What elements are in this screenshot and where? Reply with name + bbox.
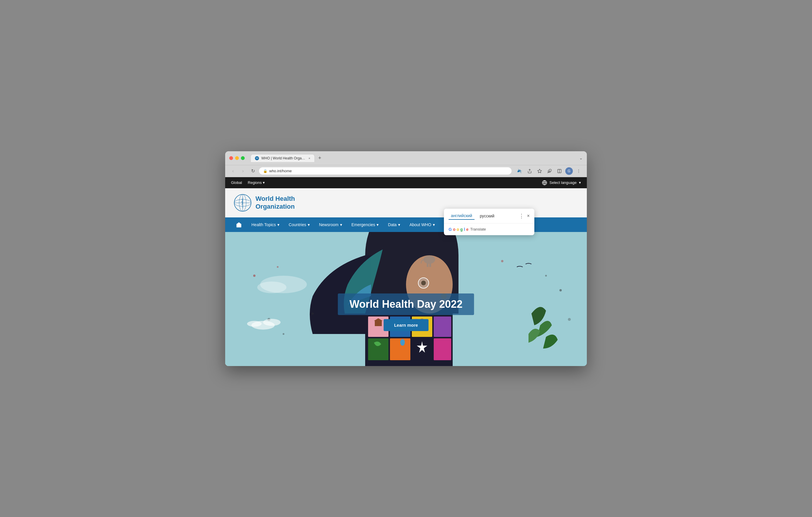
- who-name-line2: Organization: [256, 203, 295, 210]
- extensions-icon[interactable]: [545, 167, 554, 175]
- home-icon: [236, 221, 242, 228]
- close-window-button[interactable]: [229, 156, 233, 160]
- translate-more-button[interactable]: ⋮: [519, 213, 524, 219]
- user-avatar[interactable]: G: [565, 167, 573, 175]
- topbar-select-language-chevron: ▾: [579, 180, 581, 185]
- translate-english-button[interactable]: английский: [448, 212, 474, 220]
- svg-point-49: [277, 266, 279, 268]
- nav-countries-chevron: ▾: [308, 222, 310, 227]
- split-view-icon[interactable]: [555, 167, 563, 175]
- nav-newsroom[interactable]: Newsroom ▾: [314, 218, 347, 231]
- svg-rect-31: [390, 338, 410, 360]
- svg-point-52: [545, 275, 547, 277]
- browser-tab[interactable]: W WHO | World Health Organizati... ×: [251, 154, 315, 162]
- tab-title: WHO | World Health Organizati...: [261, 156, 306, 160]
- share-icon[interactable]: [526, 167, 534, 175]
- svg-text:A: A: [518, 170, 519, 173]
- google-logo-g2: g: [460, 227, 463, 232]
- url-text: who.int/home: [269, 169, 508, 173]
- forward-button[interactable]: ›: [239, 167, 247, 175]
- minimize-window-button[interactable]: [235, 156, 239, 160]
- svg-point-56: [312, 312, 314, 315]
- translate-popup-header: английский русский ⋮ ×: [444, 209, 534, 223]
- back-button[interactable]: ‹: [229, 167, 237, 175]
- translate-russian-button[interactable]: русский: [477, 212, 497, 219]
- website-content: Global Regions ▾ Select language ▾: [225, 177, 587, 366]
- who-emblem-icon: [234, 194, 252, 212]
- url-bar[interactable]: 🔒 who.int/home: [259, 167, 512, 175]
- svg-point-9: [578, 171, 579, 171]
- address-bar: ‹ › ↻ 🔒 who.int/home A: [225, 165, 587, 177]
- translate-popup-footer: G o o g l e Translate: [444, 223, 534, 235]
- svg-point-8: [578, 169, 579, 170]
- maximize-window-button[interactable]: [241, 156, 245, 160]
- security-lock-icon: 🔒: [263, 169, 267, 173]
- svg-point-48: [253, 275, 256, 277]
- toolbar-icons: A: [516, 167, 583, 175]
- nav-about-who-chevron: ▾: [433, 222, 435, 227]
- google-logo-e: e: [466, 227, 468, 232]
- topbar-select-language-label: Select language: [550, 180, 577, 185]
- google-logo-g: G: [448, 227, 452, 232]
- nav-data[interactable]: Data ▾: [383, 218, 405, 231]
- nav-emergencies-label: Emergencies: [351, 222, 375, 227]
- translate-popup-word: Translate: [470, 227, 486, 232]
- topbar-global[interactable]: Global: [231, 180, 242, 185]
- svg-point-59: [247, 321, 262, 327]
- svg-point-42: [421, 281, 426, 285]
- google-logo-o2: o: [457, 227, 459, 232]
- who-org-name: World Health Organization: [256, 195, 295, 210]
- svg-rect-45: [427, 264, 429, 267]
- google-logo-o1: o: [453, 227, 456, 232]
- svg-rect-34: [434, 338, 451, 360]
- nav-newsroom-chevron: ▾: [340, 222, 342, 227]
- svg-point-53: [568, 318, 571, 321]
- who-name-line1: World Health: [256, 195, 295, 203]
- svg-rect-30: [368, 338, 388, 360]
- browser-menu-icon[interactable]: [575, 167, 583, 175]
- svg-marker-3: [538, 169, 541, 173]
- refresh-button[interactable]: ↻: [249, 167, 257, 175]
- who-hero: World Health Day 2022 Learn more: [225, 232, 587, 366]
- nav-home-button[interactable]: [231, 217, 247, 232]
- tab-menu-button[interactable]: ⌄: [579, 156, 583, 160]
- hero-background: World Health Day 2022 Learn more: [225, 232, 587, 366]
- nav-data-chevron: ▾: [398, 222, 400, 227]
- topbar-regions-chevron: ▾: [263, 180, 265, 185]
- bookmark-icon[interactable]: [535, 167, 544, 175]
- tab-bar: W WHO | World Health Organizati... × + ⌄: [251, 154, 583, 162]
- hero-title-background: World Health Day 2022: [338, 294, 474, 315]
- hero-title: World Health Day 2022: [349, 298, 462, 310]
- nav-about-who[interactable]: About WHO ▾: [405, 218, 439, 231]
- who-logo[interactable]: World Health Organization: [234, 194, 295, 212]
- hero-cta-button[interactable]: Learn more: [383, 319, 429, 331]
- nav-health-topics-label: Health Topics: [252, 222, 276, 227]
- new-tab-button[interactable]: +: [316, 155, 323, 161]
- svg-point-47: [424, 258, 425, 260]
- title-bar: W WHO | World Health Organizati... × + ⌄: [225, 151, 587, 165]
- topbar-regions[interactable]: Regions ▾: [248, 180, 265, 185]
- svg-point-51: [559, 289, 562, 292]
- nav-emergencies-chevron: ▾: [377, 222, 379, 227]
- google-logo-l: l: [464, 227, 465, 232]
- who-topbar: Global Regions ▾ Select language ▾: [225, 177, 587, 188]
- translate-close-button[interactable]: ×: [527, 213, 530, 219]
- traffic-lights: [229, 156, 245, 160]
- translate-popup: английский русский ⋮ × G o o g l e Trans…: [444, 209, 534, 235]
- translate-toolbar-icon[interactable]: A: [516, 167, 524, 175]
- topbar-regions-label: Regions: [248, 180, 262, 185]
- svg-rect-46: [429, 264, 431, 267]
- nav-newsroom-label: Newsroom: [319, 222, 339, 227]
- translate-icon: [542, 180, 547, 185]
- svg-point-55: [283, 333, 284, 335]
- svg-point-44: [424, 255, 435, 264]
- nav-countries[interactable]: Countries ▾: [284, 218, 314, 231]
- tab-close-button[interactable]: ×: [309, 156, 310, 160]
- svg-point-58: [263, 319, 281, 326]
- topbar-select-language[interactable]: Select language ▾: [542, 180, 581, 185]
- svg-point-10: [578, 172, 579, 173]
- nav-health-topics[interactable]: Health Topics ▾: [247, 218, 284, 231]
- nav-emergencies[interactable]: Emergencies ▾: [347, 218, 383, 231]
- tab-favicon-icon: W: [255, 156, 259, 160]
- nav-data-label: Data: [388, 222, 397, 227]
